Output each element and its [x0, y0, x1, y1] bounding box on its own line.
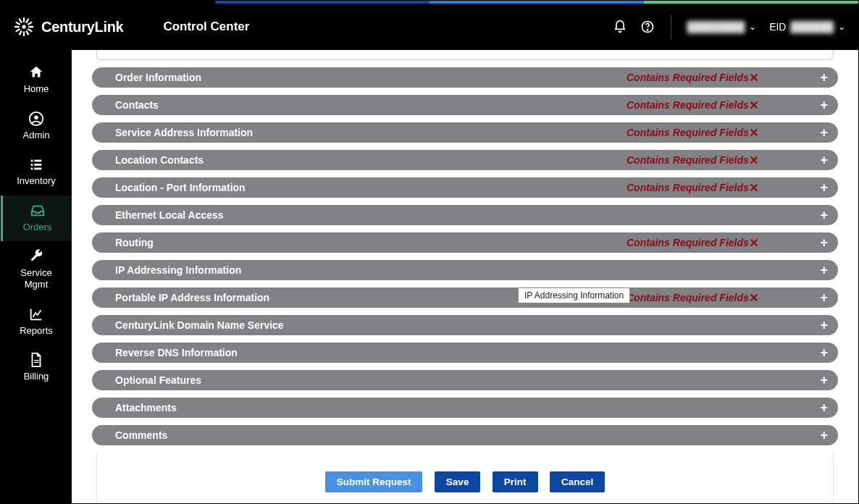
account-dropdown[interactable]: ████████ ⌄: [687, 21, 756, 33]
expand-plus-icon: +: [820, 98, 828, 112]
expand-plus-icon: +: [820, 291, 828, 304]
accordion-section-location-port-information[interactable]: Location - Port InformationContains Requ…: [92, 177, 838, 198]
accordion-section-ethernet-local-access[interactable]: Ethernet Local Access+: [92, 205, 838, 225]
accordion-title: Contacts: [115, 99, 159, 111]
sidebar-item-service-mgmt[interactable]: ServiceMgmt: [1, 241, 72, 298]
required-x-icon: [750, 293, 758, 302]
expand-plus-icon: +: [820, 374, 828, 387]
accordion-section-centurylink-domain-name-service[interactable]: CenturyLink Domain Name Service+: [92, 315, 838, 335]
eid-dropdown[interactable]: EID ██████ ⌄: [769, 21, 845, 33]
bell-icon[interactable]: [613, 20, 627, 34]
document-icon: [28, 352, 44, 368]
expand-plus-icon: +: [820, 236, 828, 249]
required-fields-badge: Contains Required Fields: [627, 292, 758, 303]
sidebar-item-billing[interactable]: Billing: [1, 345, 72, 391]
svg-rect-10: [14, 26, 20, 28]
accordion-container: Order InformationContains Required Field…: [92, 67, 838, 445]
accordion-title: Reverse DNS Information: [115, 347, 238, 358]
required-fields-badge: Contains Required Fields: [627, 154, 758, 166]
brand-block[interactable]: CenturyLink: [14, 17, 123, 37]
save-button[interactable]: Save: [435, 471, 481, 492]
svg-rect-18: [34, 160, 41, 162]
svg-rect-5: [28, 28, 33, 32]
svg-rect-7: [23, 31, 25, 36]
svg-rect-4: [28, 26, 33, 28]
sidebar-item-admin[interactable]: Admin: [1, 104, 72, 150]
required-fields-badge: Contains Required Fields: [627, 99, 758, 111]
expand-plus-icon: +: [820, 209, 828, 222]
required-fields-badge: Contains Required Fields: [627, 127, 758, 138]
cancel-button[interactable]: Cancel: [550, 471, 605, 492]
required-x-icon: [750, 183, 758, 192]
expand-plus-icon: +: [820, 346, 828, 359]
accordion-title: Portable IP Address Information: [115, 292, 269, 303]
accordion-section-attachments[interactable]: Attachments+: [92, 398, 838, 418]
list-icon: [28, 156, 44, 172]
sidebar-item-orders[interactable]: Orders: [1, 196, 72, 242]
required-fields-badge: Contains Required Fields: [627, 72, 758, 83]
required-x-icon: [750, 238, 758, 247]
accordion-title: Ethernet Local Access: [115, 209, 224, 221]
required-fields-badge: Contains Required Fields: [627, 237, 758, 248]
accordion-title: Location - Port Information: [115, 182, 246, 193]
accordion-section-optional-features[interactable]: Optional Features+: [92, 370, 838, 390]
svg-rect-19: [31, 164, 33, 166]
accordion-section-contacts[interactable]: ContactsContains Required Fields+: [92, 95, 838, 115]
accordion-title: Routing: [115, 237, 154, 248]
accordion-section-reverse-dns-information[interactable]: Reverse DNS Information+: [92, 343, 838, 363]
main-content: Order InformationContains Required Field…: [72, 50, 858, 504]
user-circle-icon: [28, 111, 44, 127]
required-fields-badge: Contains Required Fields: [627, 182, 758, 193]
accordion-title: Comments: [115, 429, 167, 441]
eid-value-masked: ██████: [790, 21, 834, 33]
accordion-section-comments[interactable]: Comments+: [92, 425, 838, 445]
accordion-section-location-contacts[interactable]: Location ContactsContains Required Field…: [92, 150, 838, 170]
sidebar-item-home[interactable]: Home: [1, 57, 72, 104]
svg-point-14: [647, 30, 648, 30]
expand-plus-icon: +: [820, 401, 828, 414]
accordion-title: Order Information: [115, 72, 201, 83]
accordion-title: Service Address Information: [115, 127, 253, 138]
accordion-section-ip-addressing-information[interactable]: IP Addressing Information+: [92, 260, 838, 280]
expand-plus-icon: +: [820, 71, 828, 84]
svg-rect-11: [15, 21, 20, 25]
svg-rect-23: [34, 360, 38, 361]
expand-plus-icon: +: [820, 264, 828, 277]
panel-top-frame: [96, 50, 834, 60]
sidebar-item-reports[interactable]: Reports: [1, 299, 72, 345]
expand-plus-icon: +: [820, 126, 828, 139]
centurylink-logo-icon: [14, 17, 34, 37]
accordion-title: Attachments: [115, 402, 177, 413]
expand-plus-icon: +: [820, 181, 828, 194]
accordion-title: CenturyLink Domain Name Service: [115, 319, 284, 331]
expand-plus-icon: +: [820, 319, 828, 332]
wrench-icon: [28, 248, 44, 264]
eid-label: EID: [769, 21, 786, 33]
sidebar-item-label: Home: [24, 83, 49, 94]
required-x-icon: [750, 101, 758, 109]
svg-point-16: [34, 115, 38, 119]
sidebar-item-label: ServiceMgmt: [20, 267, 51, 290]
app-title: Control Center: [163, 20, 249, 34]
accordion-section-order-information[interactable]: Order InformationContains Required Field…: [92, 67, 838, 88]
svg-rect-21: [31, 168, 33, 170]
app-header: CenturyLink Control Center ████████ ⌄ EI…: [1, 4, 858, 50]
top-color-strip: [1, 1, 858, 4]
sidebar-item-inventory[interactable]: Inventory: [1, 149, 72, 196]
chart-icon: [28, 306, 44, 322]
accordion-section-service-address-information[interactable]: Service Address InformationContains Requ…: [92, 122, 838, 143]
submit-request-button[interactable]: Submit Request: [325, 471, 423, 492]
sidebar-item-label: Admin: [23, 130, 50, 140]
svg-rect-20: [34, 164, 41, 166]
accordion-section-routing[interactable]: RoutingContains Required Fields+: [92, 232, 838, 253]
svg-rect-12: [18, 18, 22, 23]
expand-plus-icon: +: [820, 429, 828, 442]
print-button[interactable]: Print: [493, 471, 538, 492]
tooltip: IP Addressing Information: [518, 287, 630, 303]
brand-text: CenturyLink: [41, 19, 123, 35]
svg-rect-6: [25, 30, 29, 35]
help-icon[interactable]: [640, 20, 655, 34]
accordion-section-portable-ip-address-information[interactable]: Portable IP Address InformationContains …: [92, 287, 838, 308]
chevron-down-icon: ⌄: [838, 22, 845, 32]
required-x-icon: [750, 73, 758, 82]
